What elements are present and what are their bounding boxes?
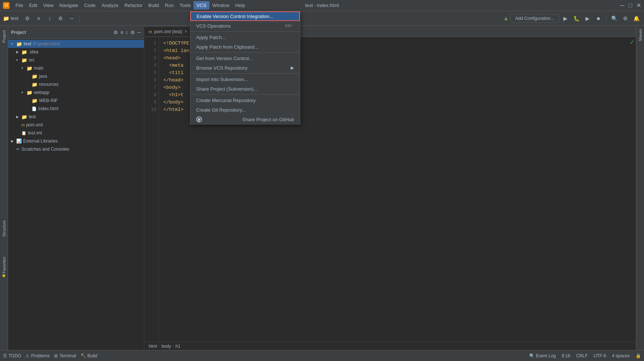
vcs-divider-4: [190, 94, 300, 95]
todo-label: TODO: [8, 353, 21, 358]
vcs-menu-apply-patch-clipboard[interactable]: Apply Patch from Clipboard...: [190, 42, 300, 52]
app-icon: IJ: [3, 2, 10, 9]
project-header-close[interactable]: ─: [137, 29, 141, 35]
tree-item-main[interactable]: ▾ 📁 main: [8, 64, 144, 72]
menu-code[interactable]: Code: [81, 1, 99, 10]
right-panel: Maven: [636, 26, 644, 350]
maximize-button[interactable]: □: [628, 3, 633, 8]
pom-icon: m: [21, 123, 25, 127]
encoding-label[interactable]: UTF-8: [594, 353, 606, 358]
tree-item-test[interactable]: ▶ 📁 test: [8, 113, 144, 121]
webinf-folder-icon: 📁: [32, 98, 38, 104]
menu-navigate[interactable]: Navigate: [56, 1, 81, 10]
vcs-status-icon[interactable]: ▲: [503, 15, 509, 22]
notifications-icon[interactable]: 🔔: [631, 14, 641, 23]
menu-file[interactable]: File: [13, 1, 26, 10]
favorites-panel-tab[interactable]: Favorites ★: [0, 250, 8, 280]
coverage-button[interactable]: ▶: [583, 14, 592, 23]
tree-item-root[interactable]: ▾ 📁 test D:\project\test: [8, 40, 144, 48]
project-header-sort[interactable]: ≡: [120, 29, 123, 35]
vcs-menu-create-git[interactable]: Create Git Repository...: [190, 105, 300, 115]
build-button[interactable]: 🔨 Build: [81, 353, 98, 358]
project-panel-label[interactable]: Project: [1, 29, 7, 44]
event-log-button[interactable]: 🔍 Event Log: [529, 353, 556, 358]
toolbar-structure-icon[interactable]: ≡: [34, 14, 43, 23]
import-svn-label: Import into Subversion...: [196, 77, 248, 82]
toolbar-folder-icon: 📁: [3, 15, 9, 21]
vcs-menu-share-github[interactable]: Share Project on GitHub: [190, 115, 300, 124]
problems-button[interactable]: ⚠ Problems: [25, 353, 50, 358]
enable-vcs-label: Enable Version Control Integration...: [197, 14, 273, 19]
favorites-star-icon: ★: [1, 273, 6, 278]
debug-button[interactable]: 🐛: [572, 14, 581, 23]
structure-panel-tab[interactable]: Structure: [0, 214, 8, 243]
resources-label: resources: [39, 82, 59, 87]
editor-tab-pom[interactable]: m pom.xml (test) ✕: [144, 26, 192, 36]
tree-item-ext-libs[interactable]: ▶ 📊 External Libraries: [8, 137, 144, 145]
toolbar-gear-icon[interactable]: ⚙: [56, 14, 66, 23]
vcs-menu-enable-vcs[interactable]: Enable Version Control Integration...: [190, 11, 300, 21]
tree-item-pom[interactable]: m pom.xml: [8, 121, 144, 129]
line-ending-label[interactable]: CRLF: [576, 353, 588, 358]
stop-button[interactable]: ■: [594, 14, 603, 23]
vcs-menu-share-svn[interactable]: Share Project (Subversion)...: [190, 84, 300, 94]
vcs-menu-get-from-vcs[interactable]: Get from Version Control...: [190, 53, 300, 63]
tree-item-resources[interactable]: 📁 resources: [8, 80, 144, 88]
tree-item-index-html[interactable]: 📄 index.html: [8, 105, 144, 113]
toolbar-collapse-icon[interactable]: ─: [67, 14, 77, 23]
menu-edit[interactable]: Edit: [26, 1, 40, 10]
vcs-menu-import-svn[interactable]: Import into Subversion...: [190, 74, 300, 84]
menu-build[interactable]: Build: [145, 1, 162, 10]
menu-run[interactable]: Run: [162, 1, 177, 10]
tab-label: pom.xml (test): [154, 29, 182, 34]
tree-item-webapp[interactable]: ▾ 📁 webapp: [8, 88, 144, 97]
favorites-label: Favorites: [2, 257, 6, 273]
run-button[interactable]: ▶: [560, 14, 570, 23]
breadcrumb-html[interactable]: html: [149, 344, 157, 349]
project-header-collapse[interactable]: ↕: [125, 29, 128, 35]
terminal-button[interactable]: ⊞ Terminal: [54, 353, 76, 358]
test-label: test: [29, 114, 36, 119]
menu-analyze[interactable]: Analyze: [99, 1, 121, 10]
tree-item-webinf[interactable]: 📁 WEB-INF: [8, 97, 144, 105]
menu-tools[interactable]: Tools: [177, 1, 194, 10]
idea-label: .idea: [29, 49, 38, 55]
toolbar-sort-icon[interactable]: ↕: [45, 14, 54, 23]
settings-icon[interactable]: ⚙: [620, 14, 630, 23]
project-header-gear[interactable]: ⚙: [113, 29, 118, 35]
menu-view[interactable]: View: [40, 1, 56, 10]
toolbar-settings-icon[interactable]: ⚙: [23, 14, 32, 23]
menu-window[interactable]: Window: [209, 1, 232, 10]
line-num-4: 4: [144, 62, 156, 69]
search-everywhere-icon[interactable]: 🔍: [609, 14, 619, 23]
index-html-icon: 📄: [32, 106, 37, 111]
position-label: 8:16: [562, 353, 570, 358]
browse-vcs-arrow: ▶: [291, 65, 294, 70]
tab-close-button[interactable]: ✕: [184, 29, 187, 34]
vcs-menu-create-mercurial[interactable]: Create Mercurial Repository: [190, 95, 300, 105]
bottom-right: 🔍 Event Log 8:16 CRLF UTF-8 4 spaces 🔒: [529, 353, 641, 358]
left-panel-label: Project: [0, 26, 8, 350]
minimize-button[interactable]: ─: [620, 3, 625, 8]
tree-item-java[interactable]: 📁 java: [8, 72, 144, 80]
breadcrumb-body[interactable]: body: [162, 344, 171, 349]
project-header-settings[interactable]: ⚙: [130, 29, 135, 35]
close-button[interactable]: ✕: [636, 3, 641, 8]
todo-button[interactable]: ☰ TODO: [3, 353, 21, 358]
indent-label[interactable]: 4 spaces: [612, 353, 630, 358]
breadcrumb-sep-1: ›: [159, 344, 160, 349]
menu-help[interactable]: Help: [232, 1, 248, 10]
maven-tab[interactable]: Maven: [638, 29, 643, 41]
menu-vcs[interactable]: VCS: [194, 1, 209, 10]
tree-item-idea[interactable]: ▶ 📁 .idea: [8, 48, 144, 56]
menu-refactor[interactable]: Refactor: [121, 1, 145, 10]
tree-item-src[interactable]: ▾ 📁 src: [8, 56, 144, 64]
vcs-menu-operations[interactable]: VCS Operations Alt+`: [190, 21, 300, 31]
add-configuration-button[interactable]: Add Configuration...: [510, 14, 559, 23]
apply-patch-label: Apply Patch...: [196, 35, 226, 40]
breadcrumb-h1[interactable]: h1: [176, 344, 180, 349]
tree-item-scratches[interactable]: ✏ Scratches and Consoles: [8, 145, 144, 153]
vcs-menu-apply-patch[interactable]: Apply Patch...: [190, 32, 300, 42]
tree-item-iml[interactable]: 📋 test.iml: [8, 129, 144, 137]
vcs-menu-browse-repo[interactable]: Browse VCS Repository ▶: [190, 63, 300, 73]
